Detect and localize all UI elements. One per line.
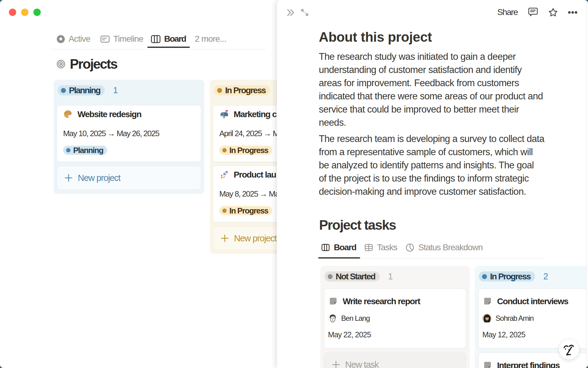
- card-status-pill: Planning: [63, 146, 107, 155]
- share-button[interactable]: Share: [497, 7, 518, 17]
- plus-icon: [331, 360, 341, 368]
- new-task-button[interactable]: New task: [324, 353, 466, 368]
- side-peek-panel: Share About this project The research st…: [277, 0, 586, 368]
- card-status-pill: In Progress: [219, 206, 272, 215]
- status-label: In Progress: [229, 206, 268, 216]
- card-title-row: Write research report: [329, 297, 461, 306]
- more-options-icon[interactable]: [568, 11, 577, 14]
- notion-face-icon: [562, 342, 576, 356]
- column-header: Planning 1: [58, 85, 204, 95]
- status-label: In Progress: [229, 146, 268, 155]
- card-date: May 10, 2025 → May 26, 2025: [63, 129, 195, 138]
- project-tasks-heading: Project tasks: [319, 217, 396, 233]
- minimize-button[interactable]: [21, 9, 28, 16]
- tab-status-breakdown[interactable]: Status Breakdown: [402, 240, 486, 255]
- column-header: In Progress 2: [479, 271, 586, 282]
- card-date: May 12, 2025: [482, 330, 586, 338]
- plus-icon: [64, 173, 73, 182]
- about-paragraph-2: The research team is developing a survey…: [319, 132, 544, 198]
- status-label: Planning: [73, 146, 103, 155]
- column-count: 1: [113, 85, 118, 95]
- status-dot: [482, 274, 487, 279]
- mailbox-emoji: [219, 109, 229, 119]
- rocket-emoji: [219, 170, 229, 179]
- star-circle-icon: [57, 35, 65, 43]
- new-task-label: New task: [345, 360, 379, 368]
- comments-icon[interactable]: [528, 7, 538, 17]
- card-person-row: Ben Lang: [328, 314, 461, 323]
- status-pill[interactable]: Not Started: [324, 271, 380, 282]
- tab-board[interactable]: Board: [318, 240, 360, 255]
- status-pill[interactable]: In Progress: [214, 85, 270, 95]
- tab-label: Board: [334, 243, 356, 252]
- new-project-label: New project: [78, 173, 120, 183]
- cards-list: Website redesign May 10, 2025 → May 26, …: [57, 105, 201, 162]
- palette-emoji: [63, 109, 73, 119]
- about-heading: About this project: [319, 29, 432, 45]
- card-title: Product lau: [234, 170, 276, 180]
- card-title-row: Website redesign: [63, 109, 195, 119]
- card-person-row: Sohrab Amin: [482, 314, 586, 323]
- page-title-row: Projects: [57, 57, 117, 71]
- tab-active[interactable]: Active: [57, 32, 90, 46]
- card-title-row: Interpret findings: [484, 361, 586, 368]
- status-dot: [66, 148, 70, 152]
- tasks-view-tabs: Board Tasks Status Breakdown: [318, 240, 486, 255]
- tab-tasks[interactable]: Tasks: [361, 240, 401, 255]
- desktop: Active Timeline Board 2 more...: [0, 0, 588, 368]
- board-icon: [151, 35, 160, 43]
- tab-label: 2 more...: [195, 34, 226, 44]
- task-card-write-research-report[interactable]: Write research report Ben Lang May 22, 2…: [324, 289, 466, 348]
- target-icon: [57, 60, 65, 68]
- task-note-icon: [329, 297, 337, 306]
- tab-timeline[interactable]: Timeline: [100, 32, 143, 46]
- column-header: Not Started 1: [324, 271, 470, 282]
- card-date: May 22, 2025: [328, 330, 461, 338]
- window-controls: [9, 9, 41, 16]
- cards-list: Write research report Ben Lang May 22, 2…: [324, 289, 466, 348]
- selected-tab-underline: [147, 47, 190, 48]
- card-tag-row: Planning: [63, 146, 195, 155]
- favorite-star-icon[interactable]: [548, 8, 558, 17]
- card-title: Website redesign: [77, 109, 141, 119]
- tab-more[interactable]: 2 more...: [195, 32, 226, 46]
- tab-label: Status Breakdown: [418, 243, 483, 252]
- zoom-button[interactable]: [33, 9, 41, 16]
- card-title: Conduct interviews: [497, 297, 568, 306]
- project-card-website-redesign[interactable]: Website redesign May 10, 2025 → May 26, …: [57, 105, 201, 162]
- close-sidepeek-icon[interactable]: [287, 9, 295, 16]
- status-label: In Progress: [225, 86, 266, 95]
- plus-icon: [220, 234, 229, 243]
- tab-label: Tasks: [377, 243, 397, 252]
- task-note-icon: [484, 361, 492, 368]
- card-person: Ben Lang: [341, 314, 370, 323]
- status-label: Not Started: [336, 272, 375, 282]
- status-dot: [61, 88, 66, 93]
- board-icon: [322, 244, 330, 251]
- tab-board[interactable]: Board: [151, 32, 186, 46]
- avatar-ben-lang: [328, 314, 337, 323]
- avatar-sohrab-amin: [482, 314, 492, 323]
- column-count: 1: [388, 271, 393, 282]
- tabs-divider: [51, 49, 266, 49]
- task-note-icon: [484, 297, 492, 306]
- tab-label: Active: [69, 34, 90, 44]
- status-dot: [222, 209, 227, 213]
- table-icon: [365, 244, 373, 251]
- timeline-icon: [100, 35, 110, 43]
- status-dot: [217, 88, 222, 93]
- status-label: In Progress: [490, 272, 530, 282]
- card-title: Interpret findings: [497, 361, 560, 368]
- board-column-planning: Planning 1 Website redesign May 10, 2025…: [54, 80, 204, 194]
- new-project-button[interactable]: New project: [57, 166, 201, 190]
- expand-icon[interactable]: [301, 9, 309, 16]
- status-dot: [328, 274, 333, 279]
- close-button[interactable]: [9, 9, 16, 16]
- tab-label: Board: [164, 34, 186, 44]
- status-pill[interactable]: In Progress: [479, 271, 535, 282]
- status-dot: [222, 148, 227, 152]
- notion-ai-button[interactable]: [559, 339, 579, 360]
- card-person: Sohrab Amin: [496, 314, 533, 323]
- status-pill[interactable]: Planning: [58, 85, 105, 95]
- card-title-row: Conduct interviews: [484, 297, 586, 306]
